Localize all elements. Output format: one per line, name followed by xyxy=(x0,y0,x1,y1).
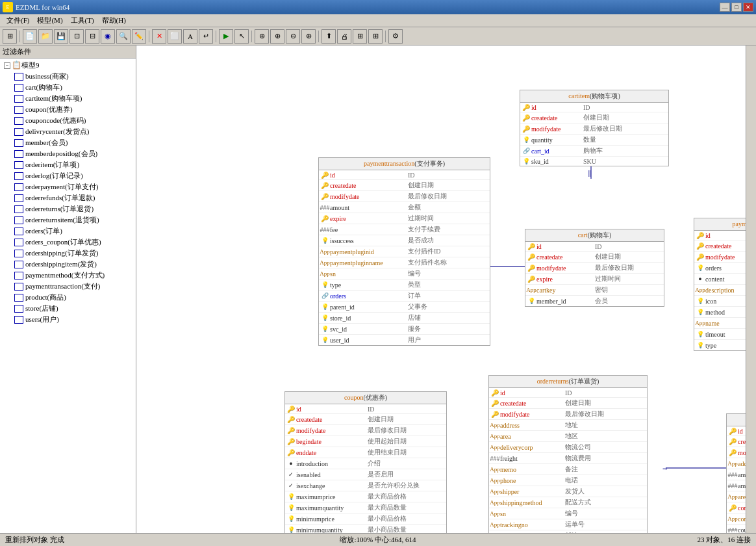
sidebar-header: 过滤条件 xyxy=(0,46,136,58)
field-name: introduction xyxy=(296,460,368,467)
sidebar-item-ordershippingitem[interactable]: ordershippingitem(发货) xyxy=(13,259,133,270)
field-row: ✓ isexchange 是否允许积分兑换 xyxy=(285,480,446,491)
table-icon xyxy=(14,106,23,114)
field-cn: 密钥 xyxy=(595,285,662,294)
toolbar-btn-arrow[interactable]: ↵ xyxy=(199,29,213,44)
toolbar-btn-6[interactable]: ◉ xyxy=(101,29,115,44)
field-cn: 配送方式 xyxy=(565,498,645,507)
key-icon: 🔑 xyxy=(491,389,499,396)
sidebar-item-member[interactable]: member(会员) xyxy=(13,137,133,148)
field-cn: 备注 xyxy=(565,465,645,474)
sidebar-item-store[interactable]: store(店铺) xyxy=(13,303,133,314)
sidebar-item-product[interactable]: product(商品) xyxy=(13,292,133,303)
close-button[interactable]: ✕ xyxy=(743,3,753,12)
canvas-inner[interactable]: ‖ ‖ ⇒ ◇ cartitem(购物车项) xyxy=(136,46,756,533)
sidebar-item-orderreturns[interactable]: orderreturns(订单退货) xyxy=(13,203,133,214)
toolbar-btn-zoom3[interactable]: ⊖ xyxy=(286,29,300,44)
field-name: id xyxy=(330,172,408,179)
field-name: id xyxy=(536,243,595,250)
maximize-button[interactable]: □ xyxy=(731,3,742,12)
field-name: issuccess xyxy=(330,237,408,244)
field-row: 💡 quantity 数量 xyxy=(520,135,668,146)
field-row: App memo 备注 xyxy=(489,464,647,475)
sidebar-item-business[interactable]: business(商家) xyxy=(13,71,133,82)
field-cn: 最小商品数量 xyxy=(368,525,444,533)
sidebar-content[interactable]: − 📋 模型9 business(商家) cart(购物车) xyxy=(0,58,136,533)
toolbar-btn-zoom1[interactable]: ⊕ xyxy=(255,29,269,44)
diagram-canvas[interactable]: ‖ ‖ ⇒ ◇ cartitem(购物车项) xyxy=(136,46,756,533)
toolbar-btn-new[interactable]: 📄 xyxy=(23,29,37,44)
table-cart[interactable]: cart(购物车) 🔑 id ID 🔑 createdate 创建日期 🔑 xyxy=(525,229,664,307)
sidebar-item-orders[interactable]: orders(订单) xyxy=(13,226,133,237)
toolbar-btn-search[interactable]: 🔍 xyxy=(116,29,131,44)
toolbar-btn-text[interactable]: A xyxy=(183,29,197,44)
sidebar-item-ordershipping[interactable]: ordershipping(订单发货) xyxy=(13,248,133,259)
sidebar-item-cart[interactable]: cart(购物车) xyxy=(13,82,133,93)
toolbar-btn-settings[interactable]: ⚙ xyxy=(388,29,403,44)
field-cn: 编号 xyxy=(408,269,488,278)
key-icon: 🔑 xyxy=(527,264,535,272)
app-icon: App xyxy=(491,432,499,440)
toolbar-btn-play[interactable]: ▶ xyxy=(219,29,233,44)
sidebar-item-paymentmethod[interactable]: paymentmethod(支付方式) xyxy=(13,270,133,281)
toolbar-btn-1[interactable]: ⊞ xyxy=(3,29,17,44)
titlebar-buttons[interactable]: — □ ✕ xyxy=(720,3,753,12)
field-cn: 最大商品数量 xyxy=(368,503,444,512)
bulb-icon: 💡 xyxy=(696,297,704,305)
sidebar-item-users[interactable]: users(用户) xyxy=(13,314,133,325)
sidebar-item-orders-coupon[interactable]: orders_coupon(订单优惠) xyxy=(13,237,133,248)
app-icon: App xyxy=(491,532,499,533)
toolbar-btn-cut[interactable]: ✕ xyxy=(152,29,166,44)
sidebar-item-memberdepositlog[interactable]: memberdepositlog(会员) xyxy=(13,148,133,159)
sidebar-item-orderitem[interactable]: orderitem(订单项) xyxy=(13,159,133,170)
item-label: memberdepositlog(会员) xyxy=(25,149,97,159)
field-name: deliverycorp xyxy=(500,444,565,451)
minimize-button[interactable]: — xyxy=(720,3,730,12)
table-orderreturns[interactable]: orderreturns(订单退货) 🔑 id ID 🔑 createdate … xyxy=(488,375,648,533)
table-icon xyxy=(14,305,23,313)
bulb-icon: 💡 xyxy=(287,515,295,523)
toolbar-btn-cursor[interactable]: ↖ xyxy=(234,29,249,44)
table-icon xyxy=(14,84,23,92)
toolbar-btn-5[interactable]: ⊟ xyxy=(85,29,99,44)
table-cartitem[interactable]: cartitem(购物车项) 🔑 id ID 🔑 createdate 创建日期… xyxy=(520,90,669,166)
toolbar-btn-save[interactable]: 💾 xyxy=(54,29,68,44)
status-center: 缩放:100% 中心:464, 614 xyxy=(258,535,498,545)
toolbar-btn-layout[interactable]: ⊞ xyxy=(353,29,367,44)
sidebar-item-coupon[interactable]: coupon(优惠券) xyxy=(13,104,133,115)
field-cn: 支付插件ID xyxy=(408,247,488,256)
sidebar-item-orderlog[interactable]: orderlog(订单记录) xyxy=(13,170,133,181)
toolbar-btn-copy[interactable]: ⬜ xyxy=(168,29,182,44)
sidebar-item-orderpayment[interactable]: orderpayment(订单支付) xyxy=(13,181,133,192)
field-name: fee xyxy=(330,226,408,233)
field-cn: 地区 xyxy=(565,432,645,441)
menu-tools[interactable]: 工具(T) xyxy=(67,14,98,27)
menu-model[interactable]: 模型(M) xyxy=(33,14,66,27)
app-icon: App xyxy=(491,510,499,517)
toolbar-btn-open[interactable]: 📁 xyxy=(38,29,53,44)
scrollbar-right[interactable] xyxy=(746,46,756,533)
dot-icon: ● xyxy=(696,275,704,283)
sidebar-item-couponcode[interactable]: couponcode(优惠码) xyxy=(13,115,133,126)
sidebar-item-cartitem[interactable]: cartitem(购物车项) xyxy=(13,93,133,104)
toolbar-btn-zoom4[interactable]: ⊕ xyxy=(301,29,316,44)
sidebar-item-deliverycenter[interactable]: delivrycenter(发货点) xyxy=(13,126,133,137)
sidebar-item-orderrefunds[interactable]: orderrefunds(订单退款) xyxy=(13,192,133,203)
toolbar-btn-4[interactable]: ⊡ xyxy=(69,29,84,44)
table-icon xyxy=(14,216,23,224)
sidebar-item-orderreturnsitem[interactable]: orderreturnsitem(退货项) xyxy=(13,214,133,226)
table-coupon[interactable]: coupon(优惠券) 🔑 id ID 🔑 createdate 创建日期 🔑 xyxy=(284,391,447,533)
field-name: orders xyxy=(330,292,408,300)
toolbar-btn-print[interactable]: 🖨 xyxy=(337,29,351,44)
toolbar-btn-export[interactable]: ⬆ xyxy=(321,29,336,44)
menu-file[interactable]: 文件(F) xyxy=(3,14,33,27)
toolbar-btn-pen[interactable]: ✏️ xyxy=(132,29,146,44)
toolbar-btn-grid[interactable]: ⊞ xyxy=(368,29,383,44)
field-name: type xyxy=(330,281,408,289)
sidebar-item-paymenttransaction[interactable]: paymenttransaction(支付) xyxy=(13,281,133,292)
table-paymenttransaction[interactable]: paymenttransaction(支付事务) 🔑 id ID 🔑 creat… xyxy=(318,157,490,346)
menu-help[interactable]: 帮助(H) xyxy=(98,14,130,27)
tree-root-item[interactable]: − 📋 模型9 xyxy=(3,60,133,71)
toolbar-btn-zoom2[interactable]: ⊕ xyxy=(270,29,284,44)
field-cn: ID xyxy=(565,389,645,396)
